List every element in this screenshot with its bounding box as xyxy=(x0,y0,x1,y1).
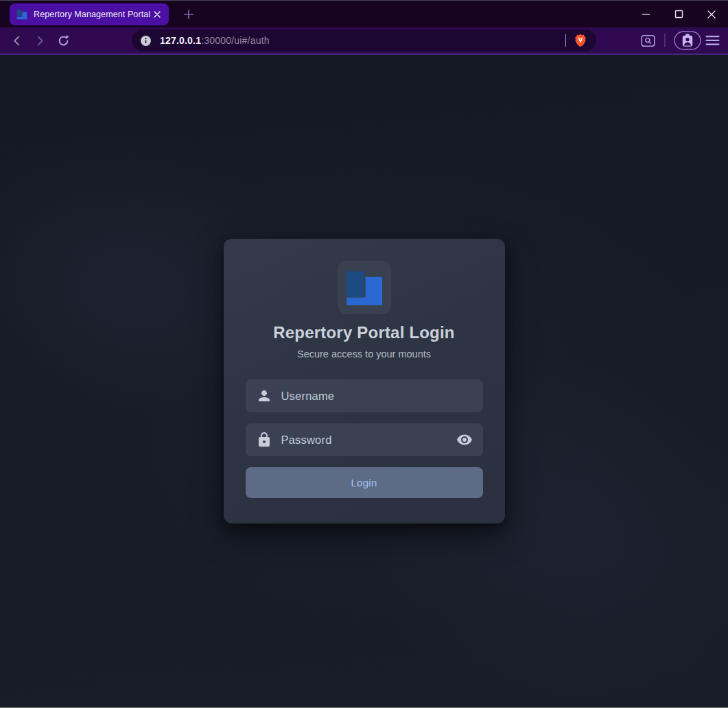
brave-shield-icon[interactable] xyxy=(573,33,588,48)
tab-close-icon[interactable] xyxy=(151,8,163,21)
tab-title: Repertory Management Portal xyxy=(34,10,151,19)
lock-icon xyxy=(256,432,272,448)
site-info-icon[interactable] xyxy=(140,35,152,47)
new-tab-button[interactable] xyxy=(180,6,197,23)
eye-icon xyxy=(456,432,473,448)
toggle-password-visibility-button[interactable] xyxy=(456,432,473,448)
address-bar[interactable]: 127.0.0.1:30000/ui#/auth xyxy=(132,30,596,51)
browser-window: Repertory Management Portal xyxy=(0,0,728,708)
login-card: Repertory Portal Login Secure access to … xyxy=(224,239,505,523)
password-field[interactable] xyxy=(246,423,483,456)
reload-icon[interactable] xyxy=(54,31,73,50)
forward-icon[interactable] xyxy=(30,31,49,50)
login-title: Repertory Portal Login xyxy=(273,323,454,342)
browser-tab[interactable]: Repertory Management Portal xyxy=(10,3,169,25)
close-icon[interactable] xyxy=(707,10,716,19)
page-background: Repertory Portal Login Secure access to … xyxy=(0,55,728,707)
person-icon xyxy=(256,388,272,404)
username-field[interactable] xyxy=(246,379,483,412)
sidebar-icon[interactable] xyxy=(639,32,657,49)
minimize-icon[interactable] xyxy=(641,10,650,19)
login-subtitle: Secure access to your mounts xyxy=(297,349,431,359)
browser-toolbar: 127.0.0.1:30000/ui#/auth xyxy=(0,27,728,55)
url-text: 127.0.0.1:30000/ui#/auth xyxy=(160,35,563,46)
back-icon[interactable] xyxy=(7,31,26,50)
address-separator xyxy=(565,34,566,47)
menu-icon[interactable] xyxy=(702,32,723,49)
maximize-icon[interactable] xyxy=(674,10,683,19)
username-input[interactable] xyxy=(281,390,473,403)
url-host: 127.0.0.1 xyxy=(160,35,201,46)
repertory-logo-icon xyxy=(338,261,391,314)
toolbar-separator xyxy=(664,34,666,47)
repertory-favicon-icon xyxy=(16,9,27,20)
profile-button[interactable] xyxy=(673,30,702,51)
url-path: :30000/ui#/auth xyxy=(201,35,270,46)
browser-titlebar: Repertory Management Portal xyxy=(0,0,728,27)
window-controls xyxy=(641,10,728,19)
login-button[interactable]: Login xyxy=(246,467,483,498)
toolbar-right-group xyxy=(639,30,728,51)
password-input[interactable] xyxy=(281,434,456,447)
